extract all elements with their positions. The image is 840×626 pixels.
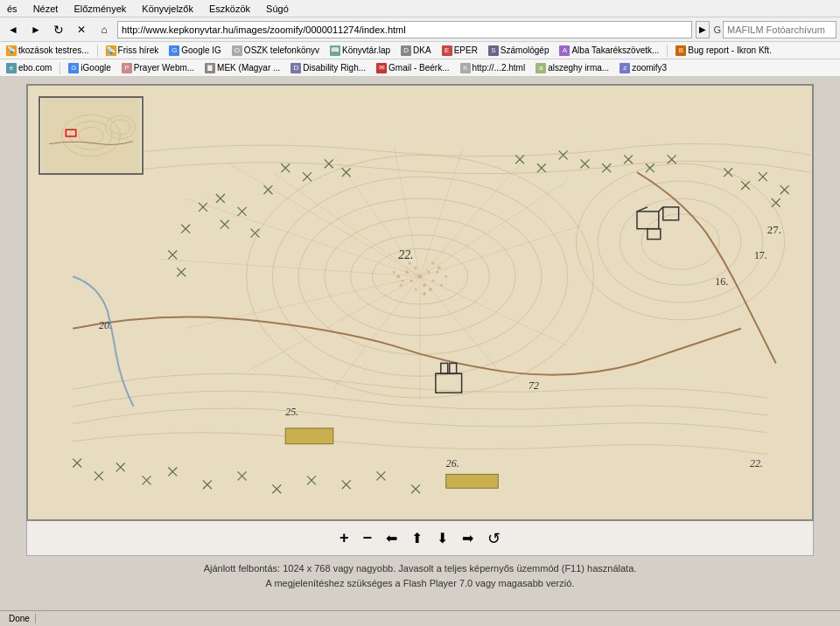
zoomify-icon: z [620, 63, 630, 73]
bookmark-disability[interactable]: D Disability Righ... [288, 63, 368, 73]
separator-3 [60, 62, 60, 74]
pan-right-button[interactable]: ➡ [458, 528, 477, 548]
menu-konyvjelzok[interactable]: Könyvjelzők [138, 3, 197, 14]
svg-point-38 [440, 284, 443, 287]
svg-point-33 [405, 270, 409, 274]
svg-point-32 [431, 280, 434, 282]
svg-point-45 [438, 266, 441, 269]
status-done: Done [4, 614, 36, 623]
svg-point-30 [423, 283, 426, 287]
forward-button[interactable]: ► [26, 20, 46, 39]
reset-button[interactable]: ↺ [484, 527, 504, 550]
bookmark-eper[interactable]: E EPER [439, 45, 480, 56]
thumbnail-overlay [38, 96, 144, 175]
rss-icon-2: 📡 [106, 45, 116, 56]
pan-down-button[interactable]: ⬇ [433, 528, 452, 548]
svg-point-35 [402, 280, 404, 282]
bookmark-ebo[interactable]: e ebo.com [4, 63, 54, 73]
search-engine-label: G [713, 24, 721, 35]
bookmark-html2[interactable]: h http://...2.html [458, 63, 528, 73]
svg-rect-145 [41, 98, 142, 173]
menu-nezet[interactable]: Nézet [30, 3, 62, 14]
search-input[interactable] [723, 21, 836, 38]
svg-text:72: 72 [528, 379, 539, 392]
svg-rect-134 [285, 428, 333, 444]
svg-text:25.: 25. [285, 406, 298, 418]
svg-point-40 [444, 275, 447, 278]
bookmark-tkozasok[interactable]: 📡 tkozások testres... [4, 45, 92, 56]
konyvtarlap-icon: 📖 [330, 45, 340, 56]
html-icon: h [460, 63, 471, 73]
svg-point-46 [400, 284, 402, 287]
svg-text:16.: 16. [715, 275, 728, 288]
bug-icon: B [676, 45, 686, 56]
pan-left-button[interactable]: ⬅ [382, 528, 401, 548]
bookmark-konyvtarlap[interactable]: 📖 Könyvtár.lap [327, 45, 393, 56]
address-bar[interactable] [117, 21, 692, 38]
bookmark-gmail[interactable]: ✉ Gmail - Beérk... [374, 63, 452, 73]
zoom-out-button[interactable]: − [360, 527, 376, 549]
svg-text:17.: 17. [754, 249, 767, 261]
bookmarks-bar-1: 📡 tkozások testres... 📡 Friss hírek G Go… [0, 42, 840, 59]
gmail-icon: ✉ [376, 63, 387, 73]
svg-point-41 [393, 271, 396, 274]
controls-bar: + − ⬅ ⬆ ⬇ ➡ ↺ [26, 521, 814, 556]
bookmark-zoomify3[interactable]: z zoomify3 [617, 63, 669, 73]
toolbar: ◄ ► ↻ ✕ ⌂ ▶ G [0, 17, 840, 42]
svg-point-34 [436, 271, 438, 274]
pan-up-button[interactable]: ⬆ [408, 528, 426, 548]
home-button[interactable]: ⌂ [94, 20, 114, 39]
svg-point-31 [415, 267, 417, 269]
svg-text:22.: 22. [750, 457, 763, 470]
go-button[interactable]: ▶ [696, 21, 710, 38]
svg-rect-135 [446, 474, 499, 488]
ebo-icon: e [6, 63, 17, 73]
svg-point-37 [409, 262, 411, 265]
alszeghy-icon: a [536, 63, 546, 73]
address-bar-container: ▶ [117, 21, 710, 38]
svg-point-44 [415, 289, 417, 291]
status-bar: Done [0, 610, 840, 626]
bookmark-oszk[interactable]: O OSZK telefonkönyv [229, 45, 322, 56]
status-line-2: A megjelenítéshez szükséges a Flash Play… [26, 576, 814, 591]
oszk-icon: O [232, 45, 242, 56]
menu-eszkozok[interactable]: Eszközök [206, 3, 254, 14]
back-button[interactable]: ◄ [4, 20, 23, 39]
alba-icon: A [559, 45, 570, 56]
zoom-in-button[interactable]: + [336, 527, 353, 549]
bookmark-prayer[interactable]: P Prayer Webm... [119, 63, 197, 73]
svg-text:27.: 27. [767, 224, 781, 236]
bookmarks-bar-2: e ebo.com G iGoogle P Prayer Webm... 📋 M… [0, 59, 840, 77]
svg-text:26.: 26. [446, 457, 459, 470]
stop-button[interactable]: ✕ [72, 20, 91, 39]
status-area: Ajánlott felbontás: 1024 x 768 vagy nagy… [26, 556, 814, 592]
svg-point-28 [427, 271, 430, 274]
google-icon: G [169, 45, 179, 56]
bookmark-google-ig[interactable]: G Google IG [166, 45, 224, 56]
map-container[interactable]: 22. 72 25. 26. 20. 27. 17. 16. 22. [26, 84, 814, 521]
bookmark-alszeghy[interactable]: a alszeghy irma... [533, 63, 612, 73]
status-line-1: Ajánlott felbontás: 1024 x 768 vagy nagy… [26, 561, 814, 576]
separator [97, 45, 98, 57]
menu-elozmeny[interactable]: Előzmények [70, 3, 130, 14]
bookmark-friss-hirek[interactable]: 📡 Friss hírek [103, 45, 162, 56]
bookmark-alba[interactable]: A Alba Takarékszövetk... [556, 45, 662, 56]
dka-icon: D [401, 45, 411, 56]
menu-sugo[interactable]: Súgó [262, 3, 292, 14]
bookmark-bug-report[interactable]: B Bug report - Ikron Kft. [673, 45, 774, 56]
svg-point-42 [423, 292, 426, 296]
bookmark-dka[interactable]: D DKA [398, 45, 434, 56]
disability-icon: D [290, 63, 301, 73]
menu-es[interactable]: és [4, 3, 21, 14]
svg-point-39 [396, 275, 400, 278]
bookmark-szamologep[interactable]: S Számológép [486, 45, 552, 56]
rss-icon: 📡 [6, 45, 17, 56]
bookmark-mek[interactable]: 📋 MEK (Magyar ... [202, 63, 283, 73]
reload-button[interactable]: ↻ [49, 20, 68, 39]
content-area: 22. 72 25. 26. 20. 27. 17. 16. 22. [0, 77, 840, 610]
svg-point-43 [431, 262, 434, 265]
calc-icon: S [488, 45, 499, 56]
svg-point-29 [410, 280, 413, 282]
bookmark-igoogle[interactable]: G iGoogle [66, 63, 113, 73]
prayer-icon: P [122, 63, 132, 73]
